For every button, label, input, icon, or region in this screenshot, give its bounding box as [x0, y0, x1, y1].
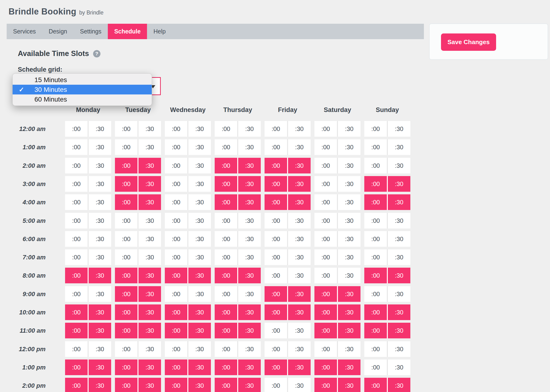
time-slot-cell[interactable]: :00: [364, 268, 387, 283]
time-slot-cell[interactable]: :30: [138, 378, 161, 392]
time-slot-cell[interactable]: :00: [215, 323, 237, 338]
time-slot-cell[interactable]: :30: [89, 359, 111, 375]
time-slot-cell[interactable]: :30: [188, 304, 211, 320]
time-slot-cell[interactable]: :30: [338, 378, 360, 392]
tab-help[interactable]: Help: [147, 24, 172, 39]
time-slot-cell[interactable]: :00: [215, 341, 237, 357]
time-slot-cell[interactable]: :30: [89, 231, 111, 247]
tab-settings[interactable]: Settings: [74, 24, 108, 39]
time-slot-cell[interactable]: :30: [238, 359, 261, 375]
time-slot-cell[interactable]: :30: [338, 249, 360, 265]
time-slot-cell[interactable]: :30: [138, 139, 161, 155]
time-slot-cell[interactable]: :00: [364, 139, 387, 155]
time-slot-cell[interactable]: :30: [89, 213, 111, 229]
time-slot-cell[interactable]: :00: [264, 231, 287, 247]
time-slot-cell[interactable]: :30: [238, 121, 261, 137]
time-slot-cell[interactable]: :30: [288, 378, 311, 392]
time-slot-cell[interactable]: :30: [188, 194, 211, 210]
time-slot-cell[interactable]: :30: [238, 341, 261, 357]
time-slot-cell[interactable]: :00: [314, 158, 337, 174]
time-slot-cell[interactable]: :30: [138, 359, 161, 375]
time-slot-cell[interactable]: :00: [165, 268, 187, 283]
time-slot-cell[interactable]: :00: [115, 323, 137, 338]
time-slot-cell[interactable]: :00: [364, 194, 387, 210]
time-slot-cell[interactable]: :00: [264, 139, 287, 155]
time-slot-cell[interactable]: :00: [264, 378, 287, 392]
time-slot-cell[interactable]: :00: [314, 139, 337, 155]
time-slot-cell[interactable]: :00: [264, 359, 287, 375]
time-slot-cell[interactable]: :00: [165, 378, 187, 392]
time-slot-cell[interactable]: :30: [138, 213, 161, 229]
time-slot-cell[interactable]: :30: [89, 286, 111, 302]
time-slot-cell[interactable]: :00: [215, 194, 237, 210]
time-slot-cell[interactable]: :00: [314, 286, 337, 302]
time-slot-cell[interactable]: :30: [388, 378, 410, 392]
time-slot-cell[interactable]: :00: [65, 341, 88, 357]
time-slot-cell[interactable]: :30: [238, 286, 261, 302]
time-slot-cell[interactable]: :00: [165, 341, 187, 357]
time-slot-cell[interactable]: :30: [89, 139, 111, 155]
tab-services[interactable]: Services: [7, 24, 42, 39]
time-slot-cell[interactable]: :30: [288, 304, 311, 320]
time-slot-cell[interactable]: :00: [364, 231, 387, 247]
time-slot-cell[interactable]: :00: [65, 268, 88, 283]
time-slot-cell[interactable]: :30: [388, 231, 410, 247]
time-slot-cell[interactable]: :00: [65, 323, 88, 338]
time-slot-cell[interactable]: :00: [65, 249, 88, 265]
time-slot-cell[interactable]: :30: [338, 286, 360, 302]
time-slot-cell[interactable]: :00: [115, 359, 137, 375]
time-slot-cell[interactable]: :00: [65, 158, 88, 174]
time-slot-cell[interactable]: :00: [364, 341, 387, 357]
question-mark-icon[interactable]: ?: [93, 50, 100, 57]
time-slot-cell[interactable]: :30: [338, 268, 360, 283]
time-slot-cell[interactable]: :00: [215, 121, 237, 137]
time-slot-cell[interactable]: :30: [388, 121, 410, 137]
time-slot-cell[interactable]: :00: [314, 194, 337, 210]
time-slot-cell[interactable]: :00: [115, 213, 137, 229]
time-slot-cell[interactable]: :30: [138, 194, 161, 210]
time-slot-cell[interactable]: :00: [364, 158, 387, 174]
time-slot-cell[interactable]: :00: [115, 304, 137, 320]
time-slot-cell[interactable]: :00: [314, 341, 337, 357]
time-slot-cell[interactable]: :30: [288, 268, 311, 283]
time-slot-cell[interactable]: :00: [165, 249, 187, 265]
time-slot-cell[interactable]: :00: [364, 286, 387, 302]
time-slot-cell[interactable]: :30: [238, 304, 261, 320]
time-slot-cell[interactable]: :30: [288, 121, 311, 137]
time-slot-cell[interactable]: :30: [138, 249, 161, 265]
time-slot-cell[interactable]: :30: [388, 249, 410, 265]
time-slot-cell[interactable]: :00: [314, 176, 337, 192]
tab-design[interactable]: Design: [42, 24, 74, 39]
save-changes-button[interactable]: Save Changes: [441, 34, 496, 51]
time-slot-cell[interactable]: :00: [264, 176, 287, 192]
time-slot-cell[interactable]: :00: [115, 341, 137, 357]
time-slot-cell[interactable]: :30: [89, 378, 111, 392]
time-slot-cell[interactable]: :00: [364, 249, 387, 265]
time-slot-cell[interactable]: :30: [338, 158, 360, 174]
time-slot-cell[interactable]: :00: [215, 378, 237, 392]
time-slot-cell[interactable]: :00: [264, 249, 287, 265]
time-slot-cell[interactable]: :30: [288, 359, 311, 375]
time-slot-cell[interactable]: :00: [215, 304, 237, 320]
time-slot-cell[interactable]: :30: [388, 341, 410, 357]
time-slot-cell[interactable]: :30: [288, 286, 311, 302]
time-slot-cell[interactable]: :30: [138, 286, 161, 302]
time-slot-cell[interactable]: :00: [264, 158, 287, 174]
time-slot-cell[interactable]: :30: [288, 323, 311, 338]
time-slot-cell[interactable]: :00: [215, 139, 237, 155]
time-slot-cell[interactable]: :00: [65, 139, 88, 155]
time-slot-cell[interactable]: :00: [65, 378, 88, 392]
time-slot-cell[interactable]: :00: [165, 304, 187, 320]
dropdown-option-30-minutes[interactable]: ✓30 Minutes: [13, 85, 152, 94]
time-slot-cell[interactable]: :00: [364, 378, 387, 392]
time-slot-cell[interactable]: :30: [288, 231, 311, 247]
time-slot-cell[interactable]: :30: [238, 268, 261, 283]
time-slot-cell[interactable]: :30: [188, 176, 211, 192]
time-slot-cell[interactable]: :00: [115, 231, 137, 247]
time-slot-cell[interactable]: :30: [238, 249, 261, 265]
time-slot-cell[interactable]: :00: [364, 213, 387, 229]
time-slot-cell[interactable]: :30: [388, 176, 410, 192]
time-slot-cell[interactable]: :00: [165, 213, 187, 229]
time-slot-cell[interactable]: :30: [288, 176, 311, 192]
time-slot-cell[interactable]: :00: [115, 194, 137, 210]
